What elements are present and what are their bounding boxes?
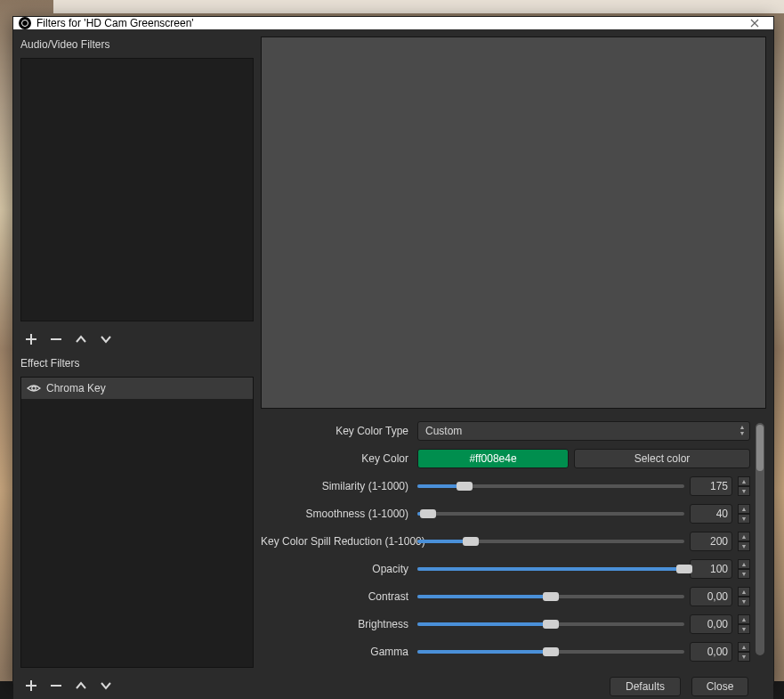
brightness-row: Brightness 0,00 ▲▼ xyxy=(261,614,750,634)
move-up-effect-filter-button[interactable] xyxy=(72,677,90,695)
smoothness-down[interactable]: ▼ xyxy=(738,514,750,524)
gamma-slider[interactable] xyxy=(417,642,684,662)
smoothness-up[interactable]: ▲ xyxy=(738,504,750,514)
key-color-type-label: Key Color Type xyxy=(261,425,412,437)
similarity-row: Similarity (1-1000) 175 ▲▼ xyxy=(261,476,750,496)
key-color-label: Key Color xyxy=(261,452,412,465)
contrast-slider[interactable] xyxy=(417,587,684,606)
spill-down[interactable]: ▼ xyxy=(738,541,750,551)
brightness-value[interactable]: 0,00 xyxy=(690,614,732,634)
remove-audio-filter-button[interactable] xyxy=(47,330,65,348)
audio-filters-list[interactable] xyxy=(20,58,254,321)
filter-preview xyxy=(261,37,766,409)
add-audio-filter-button[interactable] xyxy=(22,330,40,348)
contrast-up[interactable]: ▲ xyxy=(738,587,750,597)
move-down-effect-filter-button[interactable] xyxy=(97,677,115,695)
opacity-down[interactable]: ▼ xyxy=(738,569,750,579)
move-up-audio-filter-button[interactable] xyxy=(72,330,90,348)
opacity-slider[interactable] xyxy=(417,559,684,579)
brightness-slider[interactable] xyxy=(417,614,684,634)
contrast-row: Contrast 0,00 ▲▼ xyxy=(261,587,750,606)
effect-filters-toolbar xyxy=(20,673,254,696)
move-down-audio-filter-button[interactable] xyxy=(97,330,115,348)
filter-properties: Key Color Type Custom ▲▼ Key Color #ff00… xyxy=(261,421,750,696)
smoothness-slider[interactable] xyxy=(417,504,684,524)
svg-point-0 xyxy=(32,386,36,390)
similarity-up[interactable]: ▲ xyxy=(738,476,750,486)
window-title: Filters for 'HD Cam Greenscreen' xyxy=(36,17,194,29)
defaults-button[interactable]: Defaults xyxy=(610,677,681,696)
key-color-type-combo[interactable]: Custom ▲▼ xyxy=(417,421,750,441)
spill-row: Key Color Spill Reduction (1-1000) 200 ▲… xyxy=(261,532,750,551)
gamma-value[interactable]: 0,00 xyxy=(690,642,732,662)
effect-filter-item[interactable]: Chroma Key xyxy=(21,378,253,399)
brightness-down[interactable]: ▼ xyxy=(738,624,750,634)
gamma-row: Gamma 0,00 ▲▼ xyxy=(261,642,750,662)
similarity-down[interactable]: ▼ xyxy=(738,486,750,496)
opacity-up[interactable]: ▲ xyxy=(738,559,750,569)
remove-effect-filter-button[interactable] xyxy=(47,677,65,695)
select-color-button[interactable]: Select color xyxy=(574,449,750,468)
filters-dialog: Filters for 'HD Cam Greenscreen' Audio/V… xyxy=(12,16,774,684)
effect-filter-name: Chroma Key xyxy=(46,382,106,394)
audio-filters-toolbar xyxy=(20,327,254,350)
gamma-down[interactable]: ▼ xyxy=(738,652,750,662)
gamma-up[interactable]: ▲ xyxy=(738,642,750,652)
brightness-up[interactable]: ▲ xyxy=(738,614,750,624)
key-color-swatch[interactable]: #ff008e4e xyxy=(417,449,569,468)
smoothness-value[interactable]: 40 xyxy=(690,504,732,524)
spill-slider[interactable] xyxy=(417,532,684,551)
close-icon[interactable] xyxy=(741,17,768,29)
smoothness-row: Smoothness (1-1000) 40 ▲▼ xyxy=(261,504,750,524)
effect-filters-list[interactable]: Chroma Key xyxy=(20,377,254,668)
close-button[interactable]: Close xyxy=(691,677,748,696)
spill-value[interactable]: 200 xyxy=(690,532,732,551)
add-effect-filter-button[interactable] xyxy=(22,677,40,695)
effect-filters-label: Effect Filters xyxy=(20,355,254,371)
audio-filters-label: Audio/Video Filters xyxy=(20,37,254,53)
contrast-value[interactable]: 0,00 xyxy=(690,587,732,606)
obs-icon xyxy=(19,17,31,29)
similarity-value[interactable]: 175 xyxy=(690,476,732,496)
spill-up[interactable]: ▲ xyxy=(738,532,750,541)
eye-icon[interactable] xyxy=(27,381,41,395)
opacity-row: Opacity 100 ▲▼ xyxy=(261,559,750,579)
similarity-slider[interactable] xyxy=(417,476,684,496)
contrast-down[interactable]: ▼ xyxy=(738,597,750,606)
opacity-value[interactable]: 100 xyxy=(690,559,732,579)
titlebar[interactable]: Filters for 'HD Cam Greenscreen' xyxy=(13,17,773,29)
properties-scrollbar[interactable] xyxy=(756,423,764,655)
